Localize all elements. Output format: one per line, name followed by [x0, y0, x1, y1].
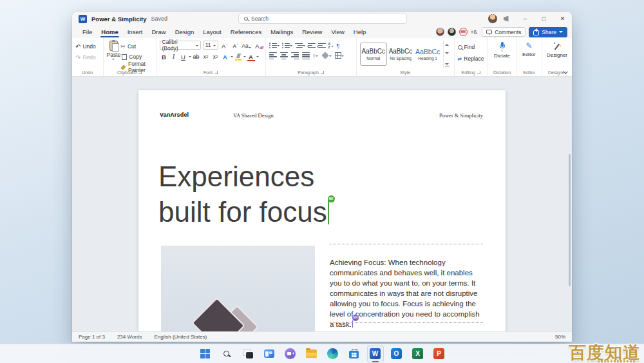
dictate-button[interactable]: Dictate	[491, 41, 513, 59]
tab-references[interactable]: References	[226, 26, 267, 38]
increase-indent-icon[interactable]	[318, 43, 326, 48]
word-taskbar-button[interactable]: W	[367, 346, 384, 362]
minimize-button[interactable]: –	[516, 12, 535, 26]
sort-button[interactable]: AZ	[328, 43, 334, 48]
undo-button[interactable]: ↶ Undo	[75, 42, 96, 51]
document-image[interactable]	[161, 246, 315, 331]
tab-view[interactable]: View	[327, 26, 348, 38]
designer-button[interactable]: Designer	[545, 41, 569, 58]
dialog-launcher-icon[interactable]	[214, 71, 218, 74]
widgets-icon	[264, 349, 274, 358]
document-body-text[interactable]: Achieving Focus: When technology communi…	[330, 257, 485, 329]
outlook-button[interactable]: O	[388, 346, 405, 362]
chat-button[interactable]	[282, 346, 299, 362]
align-left-icon[interactable]	[269, 52, 277, 59]
collaborator-overflow-count[interactable]: +6	[471, 29, 477, 35]
collaborator-avatar-3[interactable]: MM	[459, 28, 468, 36]
align-center-icon[interactable]	[280, 52, 288, 59]
replace-button[interactable]: ⇄ Replace	[458, 54, 484, 63]
start-button[interactable]	[197, 346, 214, 362]
bold-button[interactable]: B	[160, 52, 169, 61]
clear-formatting-button[interactable]: A	[253, 41, 262, 50]
edge-button[interactable]	[325, 346, 341, 362]
tab-review[interactable]: Review	[298, 26, 327, 38]
editor-button[interactable]: ✎ Editor	[520, 41, 538, 57]
tab-help[interactable]: Help	[349, 26, 371, 38]
numbering-button[interactable]	[282, 43, 292, 48]
excel-button[interactable]: X	[410, 346, 426, 362]
taskbar-search-button[interactable]	[218, 346, 235, 362]
font-family-select[interactable]: Calibri (Body)	[160, 41, 201, 50]
italic-button[interactable]: I	[169, 52, 178, 61]
document-heading[interactable]: Experiences built for focusMK	[158, 159, 329, 230]
page-indicator[interactable]: Page 1 of 3	[79, 334, 105, 340]
widgets-button[interactable]	[261, 346, 278, 362]
borders-button[interactable]	[335, 52, 344, 59]
scroll-up-icon[interactable]	[445, 42, 449, 46]
language-indicator[interactable]: English (United States)	[154, 334, 207, 340]
font-color-button[interactable]: A	[247, 52, 256, 61]
shading-button[interactable]	[321, 52, 332, 59]
superscript-button[interactable]: x2	[211, 52, 220, 61]
strikethrough-button[interactable]: ab	[192, 52, 201, 61]
style-heading-1[interactable]: AaBbCc Heading 1	[414, 43, 441, 66]
zoom-level[interactable]: 50%	[555, 334, 565, 340]
tab-insert[interactable]: Insert	[123, 26, 147, 38]
text-effects-button[interactable]: A	[221, 52, 230, 61]
cut-button[interactable]: ✂ Cut	[120, 42, 152, 51]
file-explorer-button[interactable]	[303, 346, 320, 362]
shrink-font-button[interactable]: A	[231, 41, 240, 50]
microsoft-store-button[interactable]	[346, 346, 363, 362]
find-button[interactable]: Find	[458, 43, 484, 52]
word-count[interactable]: 234 Words	[117, 334, 142, 340]
styles-more-icon[interactable]	[445, 63, 450, 66]
decrease-indent-icon[interactable]	[308, 43, 316, 48]
document-page[interactable]: VanΛrsdel VA Shared Design Power & Simpl…	[138, 90, 506, 331]
tab-home[interactable]: Home	[97, 26, 122, 38]
user-avatar[interactable]	[488, 14, 497, 23]
dialog-launcher-icon[interactable]	[477, 71, 480, 74]
format-painter-icon	[121, 64, 126, 70]
dialog-launcher-icon[interactable]	[138, 71, 142, 74]
bullets-button[interactable]	[269, 43, 279, 48]
style-normal[interactable]: AaBbCc Normal	[360, 43, 387, 66]
powerpoint-button[interactable]: P	[431, 346, 448, 362]
styles-gallery-scroll[interactable]	[443, 40, 450, 68]
task-view-icon	[243, 349, 253, 358]
share-button[interactable]: Share	[529, 27, 567, 37]
tab-mailings[interactable]: Mailings	[266, 26, 298, 38]
vertical-scrollbar[interactable]	[569, 154, 571, 286]
paste-button[interactable]: Paste	[107, 41, 121, 61]
align-right-icon[interactable]	[291, 52, 299, 59]
justify-icon[interactable]	[302, 52, 310, 59]
change-case-button[interactable]: Aa	[242, 41, 251, 50]
magic-wand-icon	[553, 42, 562, 51]
tab-file[interactable]: File	[78, 26, 97, 38]
feedback-megaphone-icon[interactable]	[504, 16, 511, 22]
collaborator-avatar-2[interactable]	[448, 28, 456, 36]
search-input[interactable]: Search	[238, 14, 407, 24]
task-view-button[interactable]	[240, 346, 256, 362]
line-spacing-button[interactable]: ↕	[313, 53, 318, 59]
scroll-down-icon[interactable]	[445, 52, 449, 56]
show-paragraph-marks-button[interactable]: ¶	[336, 42, 339, 49]
page-header[interactable]: VanΛrsdel VA Shared Design Power & Simpl…	[160, 112, 483, 119]
copy-button[interactable]: Copy	[120, 52, 152, 61]
subscript-button[interactable]: x2	[202, 52, 211, 61]
close-button[interactable]: ✕	[553, 12, 572, 26]
collaborator-avatar-1[interactable]	[436, 28, 444, 36]
dialog-launcher-icon[interactable]	[321, 71, 324, 74]
maximize-button[interactable]: □	[535, 12, 553, 26]
underline-button[interactable]: U	[179, 52, 188, 61]
grow-font-button[interactable]: A	[220, 41, 229, 50]
comments-button[interactable]: Comments	[482, 27, 526, 37]
multilevel-list-button[interactable]	[295, 43, 305, 48]
font-size-select[interactable]: 11	[203, 41, 218, 50]
save-status[interactable]: Saved	[151, 15, 168, 22]
tab-layout[interactable]: Layout	[198, 26, 226, 38]
highlight-color-button[interactable]	[234, 52, 243, 61]
style-no-spacing[interactable]: AaBbCc No Spacing	[387, 43, 414, 66]
tab-draw[interactable]: Draw	[147, 26, 170, 38]
tab-design[interactable]: Design	[171, 26, 199, 38]
redo-button[interactable]: ↷ Redo	[75, 53, 96, 62]
